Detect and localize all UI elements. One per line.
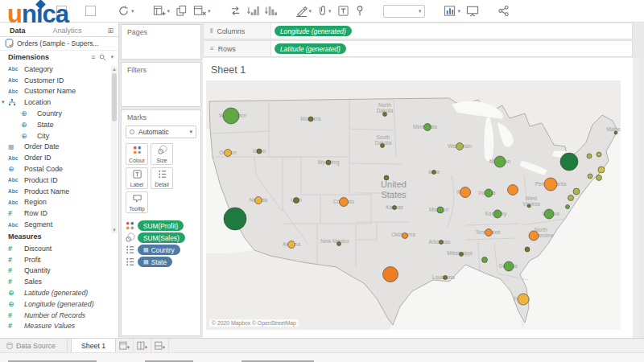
mark-new-jersey[interactable] — [573, 188, 580, 195]
field-city[interactable]: ⊕City — [0, 130, 118, 142]
mark-maryland[interactable] — [568, 195, 574, 201]
colour-button[interactable]: Colour — [126, 143, 148, 165]
group-icon[interactable]: ▾ — [317, 5, 332, 17]
columns-pill[interactable]: Longitude (generated) — [275, 26, 352, 36]
vertical-scrollbar[interactable] — [633, 58, 639, 338]
mark-georgia[interactable] — [504, 261, 514, 271]
mark-idaho[interactable] — [257, 149, 262, 154]
chevron-down-icon[interactable]: ▾ — [110, 54, 114, 60]
refresh-icon[interactable]: ▾ — [118, 5, 134, 17]
columns-shelf[interactable]: ⫴ Columns Longitude (generated) — [203, 23, 633, 39]
pill-country[interactable]: ▤Country — [138, 245, 180, 255]
share-icon[interactable] — [497, 5, 510, 17]
mark-montana[interactable] — [308, 117, 313, 121]
new-worksheet-tab-icon[interactable] — [116, 339, 134, 352]
mark-ohio[interactable] — [508, 185, 518, 195]
new-dashboard-tab-icon[interactable] — [134, 339, 151, 352]
detail-button[interactable]: Detail — [151, 167, 173, 189]
mark-oregon[interactable] — [225, 150, 232, 157]
pill-state[interactable]: ▤State — [138, 257, 172, 267]
field-region[interactable]: AbcRegion — [0, 197, 118, 208]
mark-colorado[interactable] — [340, 198, 349, 207]
sort-descending-icon[interactable] — [265, 5, 277, 17]
field-quantity[interactable]: #Quantity — [0, 265, 118, 277]
field-product-name[interactable]: AbcProduct Name — [0, 186, 118, 197]
tooltip-button[interactable]: Tooltip — [126, 191, 148, 213]
mark-connecticut[interactable] — [588, 174, 592, 179]
mark-oklahoma[interactable] — [402, 233, 408, 239]
mark-kansas[interactable] — [393, 206, 397, 210]
field-postal-code[interactable]: ⊕Postal Code — [0, 163, 118, 175]
mark-mississippi[interactable] — [460, 253, 464, 257]
new-story-tab-icon[interactable] — [151, 339, 169, 352]
mark-wisconsin[interactable] — [456, 143, 464, 150]
mark-south-carolina[interactable] — [525, 247, 530, 252]
field-product-id[interactable]: AbcProduct ID — [0, 175, 118, 186]
mark-vermont[interactable] — [587, 154, 592, 158]
field-row-id[interactable]: #Row ID — [0, 208, 118, 219]
mark-louisiana[interactable] — [444, 276, 448, 280]
field-discount[interactable]: #Discount — [0, 243, 118, 254]
list-view-icon[interactable]: ≡ — [91, 53, 95, 61]
mark-new-mexico[interactable] — [337, 242, 341, 246]
show-me-icon[interactable]: ▾ — [444, 5, 461, 17]
mark-washington[interactable] — [223, 108, 239, 124]
mark-indiana[interactable] — [485, 189, 493, 197]
field-category[interactable]: AbcCategory — [0, 64, 118, 75]
mark-arkansas[interactable] — [440, 241, 444, 245]
mark-utah[interactable] — [294, 198, 299, 204]
mark-florida[interactable] — [518, 294, 529, 305]
label-button[interactable]: Label — [126, 167, 148, 189]
filters-shelf[interactable]: Filters — [121, 62, 201, 107]
mark-north-dakota[interactable] — [383, 113, 387, 117]
mark-south-dakota[interactable] — [381, 144, 385, 148]
pill-sum-sales[interactable]: SUM(Sales) — [138, 232, 185, 243]
sort-ascending-icon[interactable] — [247, 5, 259, 17]
mark-kentucky[interactable] — [493, 210, 502, 218]
mark-nebraska[interactable] — [384, 175, 389, 180]
clear-sheet-icon[interactable]: ▾ — [193, 5, 211, 17]
pane-layout-icon[interactable]: ⊞ — [107, 27, 114, 35]
search-icon[interactable] — [99, 54, 106, 61]
tab-sheet-1[interactable]: Sheet 1 — [71, 339, 116, 352]
mark-alabama[interactable] — [482, 257, 488, 263]
mark-new-hampshire[interactable] — [597, 152, 601, 157]
tab-data-source[interactable]: Data Source — [0, 339, 68, 352]
mark-nevada[interactable] — [255, 197, 262, 204]
mark-michigan[interactable] — [494, 156, 506, 167]
mark-illinois[interactable] — [460, 187, 471, 198]
field-latitude-generated[interactable]: ⊕Latitude (generated) — [0, 287, 118, 298]
field-sales[interactable]: #Sales — [0, 276, 118, 287]
map-view[interactable]: WashingtonOregonIdahoMontanaWyomingNorth… — [206, 80, 621, 330]
field-segment[interactable]: AbcSegment — [0, 219, 118, 230]
swap-axes-icon[interactable] — [229, 5, 242, 17]
mark-north-carolina[interactable] — [529, 231, 539, 241]
field-order-date[interactable]: ▦Order Date — [0, 142, 118, 153]
mark-rhode-island[interactable] — [597, 175, 602, 181]
field-profit[interactable]: #Profit — [0, 254, 118, 265]
fix-axes-icon[interactable] — [355, 5, 365, 17]
field-longitude-generated[interactable]: ⊕Longitude (generated) — [0, 298, 118, 310]
rows-pill[interactable]: Latitude (generated) — [275, 43, 346, 54]
new-worksheet-icon[interactable]: ▾ — [153, 5, 171, 17]
field-order-id[interactable]: AbcOrder ID — [0, 152, 118, 163]
mark-delaware[interactable] — [566, 205, 570, 209]
mark-virginia[interactable] — [544, 209, 554, 219]
size-button[interactable]: Size — [151, 143, 173, 165]
mark-tennessee[interactable] — [485, 229, 493, 237]
presentation-icon[interactable] — [466, 5, 479, 17]
text-label-icon[interactable] — [337, 5, 349, 17]
fit-dropdown[interactable]: ▾ — [383, 5, 425, 18]
pages-shelf[interactable]: Pages — [121, 24, 201, 60]
field-country[interactable]: ⊕Country — [0, 108, 118, 119]
rows-shelf[interactable]: ≡ Rows Latitude (generated) — [203, 40, 633, 57]
mark-maine[interactable] — [614, 131, 617, 134]
mark-massachusetts[interactable] — [598, 167, 605, 173]
mark-arizona[interactable] — [288, 241, 295, 249]
field-location[interactable]: ▾Location — [0, 97, 118, 108]
expand-caret-icon[interactable]: ▾ — [2, 99, 8, 105]
pill-sum-profit[interactable]: SUM(Profit) — [138, 220, 184, 231]
mark-pennsylvania[interactable] — [544, 178, 557, 191]
duplicate-icon[interactable] — [175, 5, 188, 17]
mark-wyoming[interactable] — [326, 160, 331, 165]
